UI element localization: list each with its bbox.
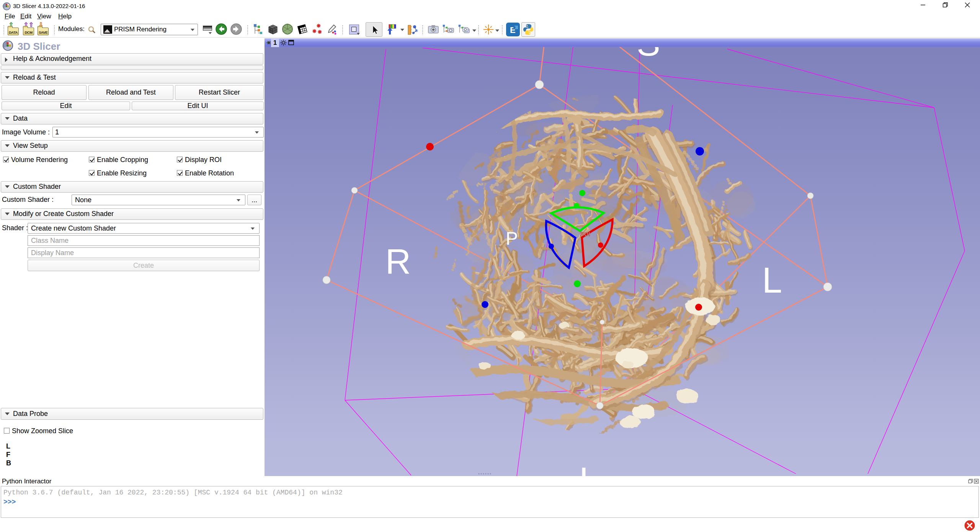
svg-text:❋: ❋: [318, 29, 322, 35]
svg-text:P: P: [506, 228, 518, 249]
svg-text:I: I: [579, 460, 589, 476]
svg-text:ROI: ROI: [580, 231, 590, 237]
svg-text:❋: ❋: [317, 23, 321, 29]
svg-text:❋: ❋: [312, 28, 317, 34]
svg-text:L: L: [762, 260, 782, 300]
svg-text:R: R: [385, 242, 411, 281]
